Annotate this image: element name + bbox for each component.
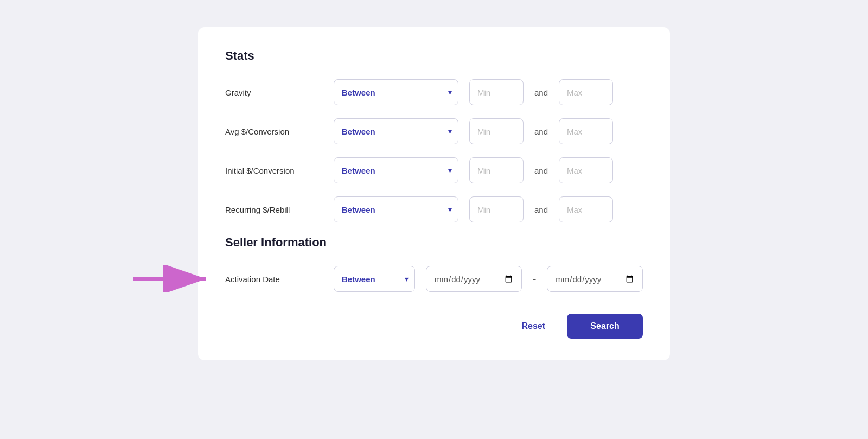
initial-conversion-select-wrapper: Between Greater than Less than Equal to … [334,157,458,183]
gravity-select-wrapper: Between Greater than Less than Equal to … [334,79,458,105]
initial-conversion-min-input[interactable] [469,157,524,183]
gravity-min-input[interactable] [469,79,524,105]
avg-conversion-min-input[interactable] [469,118,524,144]
search-button[interactable]: Search [567,314,643,339]
avg-conversion-select-wrapper: Between Greater than Less than Equal to … [334,118,458,144]
initial-conversion-max-input[interactable] [559,157,613,183]
activation-date-from-input[interactable] [426,266,522,292]
recurring-rebill-select[interactable]: Between Greater than Less than Equal to [334,196,458,222]
activation-date-select[interactable]: Between After Before [334,266,415,292]
recurring-rebill-min-input[interactable] [469,196,524,222]
recurring-rebill-label: Recurring $/Rebill [225,205,323,214]
seller-information-title: Seller Information [225,236,643,250]
avg-conversion-label: Avg $/Conversion [225,127,323,136]
recurring-rebill-select-wrapper: Between Greater than Less than Equal to … [334,196,458,222]
avg-conversion-select[interactable]: Between Greater than Less than Equal to [334,118,458,144]
avg-conversion-row: Avg $/Conversion Between Greater than Le… [225,118,643,144]
page-container: Stats Gravity Between Greater than Less … [0,11,868,439]
actions-row: Reset Search [225,314,643,339]
activation-date-row-wrapper: Activation Date Between After Before ▾ - [225,266,643,292]
activation-date-select-wrapper: Between After Before ▾ [334,266,415,292]
arrow-annotation [133,265,214,292]
gravity-select[interactable]: Between Greater than Less than Equal to [334,79,458,105]
recurring-rebill-and-text: and [534,205,548,214]
initial-conversion-and-text: and [534,166,548,175]
gravity-max-input[interactable] [559,79,613,105]
initial-conversion-row: Initial $/Conversion Between Greater tha… [225,157,643,183]
stats-title: Stats [225,49,643,63]
seller-information-section: Seller Information Activation [225,236,643,292]
gravity-row: Gravity Between Greater than Less than E… [225,79,643,105]
initial-conversion-label: Initial $/Conversion [225,166,323,175]
activation-date-to-input[interactable] [547,266,643,292]
gravity-and-text: and [534,88,548,97]
reset-button[interactable]: Reset [510,316,556,336]
recurring-rebill-max-input[interactable] [559,196,613,222]
date-separator: - [533,273,537,285]
avg-conversion-and-text: and [534,127,548,136]
activation-date-row: Activation Date Between After Before ▾ - [225,266,643,292]
avg-conversion-max-input[interactable] [559,118,613,144]
activation-date-label: Activation Date [225,275,323,284]
main-content: Stats Gravity Between Greater than Less … [198,27,670,360]
recurring-rebill-row: Recurring $/Rebill Between Greater than … [225,196,643,222]
stats-section: Stats Gravity Between Greater than Less … [225,49,643,222]
initial-conversion-select[interactable]: Between Greater than Less than Equal to [334,157,458,183]
arrow-icon [133,265,214,292]
gravity-label: Gravity [225,88,323,97]
